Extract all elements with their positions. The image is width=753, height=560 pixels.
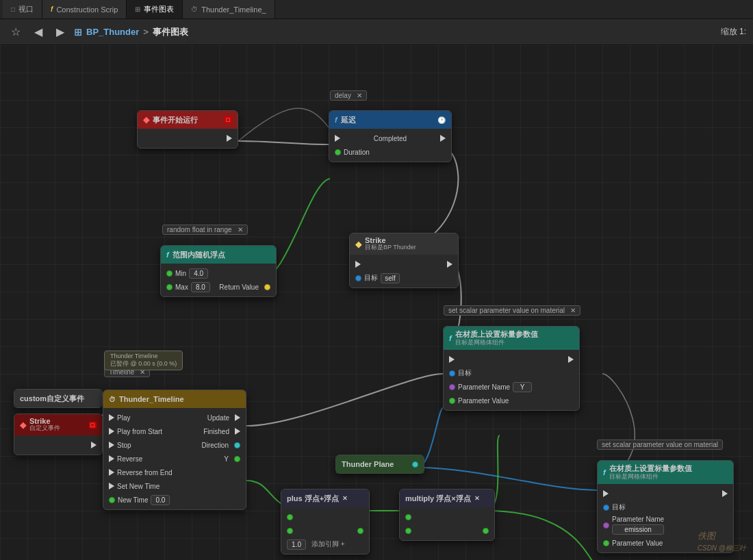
custom-event-title: custom自定义事件	[20, 394, 84, 404]
random-node[interactable]: f 范围内随机浮点 Min 4.0 Max 8.0 Return Value	[160, 245, 277, 297]
breadcrumb-separator: >	[143, 27, 149, 37]
tab-timeline[interactable]: ⏱ Thunder_Timeline_	[183, 0, 275, 18]
strike-top-target-pin[interactable]	[355, 275, 361, 281]
set-scalar2-paramval-pin[interactable]	[603, 540, 609, 546]
delay-exec-in[interactable]	[335, 135, 340, 142]
random-return-pin[interactable]	[264, 284, 270, 290]
set-scalar2-paramname-pin[interactable]	[603, 522, 609, 529]
multiply-out-pin[interactable]	[483, 528, 489, 534]
random-title: 范围内随机浮点	[173, 250, 225, 260]
blueprint-canvas[interactable]: ◆ 事件开始运行 □ delay ✕ f 延迟 🕐 Completed	[0, 45, 753, 560]
strike-event-header: ◆ Strike 自定义事件 □	[14, 414, 102, 435]
thunder-plane-pin[interactable]	[412, 461, 418, 468]
timeline-stop-in[interactable]	[109, 442, 114, 448]
timeline-setnewtime-in[interactable]	[109, 483, 114, 489]
random-label-tag: random float in range ✕	[162, 225, 248, 235]
tab-construction[interactable]: f Construction Scrip	[42, 0, 127, 18]
delay-duration-label: Duration	[344, 149, 370, 156]
plus-value[interactable]: 1.0	[287, 539, 306, 550]
set-scalar1-exec-in[interactable]	[449, 356, 455, 363]
timeline-update-out[interactable]	[235, 414, 240, 421]
set-scalar1-target-pin[interactable]	[449, 370, 455, 377]
event-begin-node[interactable]: ◆ 事件开始运行 □	[137, 110, 238, 149]
set-scalar2-header: f 在材质上设置标量参数值 目标是网格体组件	[598, 461, 733, 484]
event-begin-header: ◆ 事件开始运行 □	[138, 111, 238, 129]
zoom-label: 缩放 1:	[721, 26, 746, 38]
strike-top-exec-out[interactable]	[447, 261, 452, 268]
set-scalar1-pin-close[interactable]: ✕	[570, 307, 576, 314]
timeline-header: ⏱ Thunder_Timeline	[103, 390, 246, 408]
strike-node-top[interactable]: ◆ Strike 目标是BP Thunder 目标 self	[349, 233, 459, 288]
set-scalar1-exec-out[interactable]	[568, 356, 574, 363]
timeline-y-pin[interactable]	[234, 456, 240, 462]
strike-top-exec-in[interactable]	[355, 261, 361, 268]
plus-node[interactable]: plus 浮点+浮点 ✕ 1.0 添加引脚 +	[281, 489, 370, 555]
set-scalar1-paramname-pin[interactable]	[449, 384, 455, 390]
thunder-plane-node[interactable]: Thunder Plane	[335, 455, 424, 474]
multiply-in2-pin[interactable]	[405, 528, 411, 534]
plus-in2-pin[interactable]	[287, 528, 293, 534]
event-begin-exec-out[interactable]	[227, 135, 232, 142]
delay-node[interactable]: f 延迟 🕐 Completed Duration	[329, 110, 452, 162]
tab-viewport[interactable]: □ 视口	[3, 0, 42, 18]
timeline-play-label: Play	[117, 414, 130, 422]
set-scalar1-paramname-value[interactable]: Y	[513, 382, 532, 392]
timeline-playfromstart-in[interactable]	[109, 428, 114, 435]
breadcrumb-project[interactable]: BP_Thunder	[86, 27, 139, 37]
multiply-close[interactable]: ✕	[474, 495, 480, 502]
custom-event-header: custom自定义事件	[14, 390, 102, 407]
random-min-label: Min	[175, 270, 186, 277]
timeline-play-in[interactable]	[109, 414, 114, 421]
plus-body: 1.0 添加引脚 +	[281, 507, 369, 554]
event-begin-exec-row	[138, 131, 238, 145]
timeline-newtime-pin[interactable]	[109, 497, 115, 503]
thunder-timeline-node[interactable]: ⏱ Thunder_Timeline Play Update Play from…	[103, 390, 246, 510]
set-scalar2-paramval-label: Parameter Value	[612, 539, 663, 547]
strike-event-exec-out[interactable]	[91, 442, 97, 448]
tab-event-graph[interactable]: ⊞ 事件图表	[127, 0, 183, 18]
set-scalar2-paramname-value[interactable]: emission	[612, 524, 664, 535]
back-button[interactable]: ◀	[30, 23, 47, 41]
delay-body: Completed Duration	[329, 129, 451, 162]
multiply-node[interactable]: multiply 浮点×浮点 ✕	[399, 489, 495, 541]
set-scalar-node-1[interactable]: f 在材质上设置标量参数值 目标是网格体组件 目标 Parameter Name…	[443, 326, 580, 411]
plus-in1-pin[interactable]	[287, 514, 293, 520]
timeline-reversefromend-in[interactable]	[109, 469, 114, 476]
set-scalar2-exec-in[interactable]	[603, 490, 609, 497]
random-min-value[interactable]: 4.0	[189, 268, 208, 279]
plus-out-pin[interactable]	[357, 528, 363, 534]
random-header: f 范围内随机浮点	[161, 246, 276, 264]
blueprint-icon: ⊞	[74, 27, 82, 38]
timeline-direction-pin[interactable]	[234, 442, 240, 448]
set-scalar2-target-pin[interactable]	[603, 505, 609, 511]
forward-button[interactable]: ▶	[52, 23, 68, 41]
delay-title: 延迟	[341, 115, 356, 125]
clock-icon: ⏱	[191, 5, 198, 13]
timeline-newtime-label: New Time	[118, 496, 148, 504]
strike-top-header: ◆ Strike 目标是BP Thunder	[350, 233, 458, 255]
star-button[interactable]: ☆	[7, 23, 25, 41]
strike-event-node[interactable]: ◆ Strike 自定义事件 □	[14, 413, 103, 455]
timeline-finished-out[interactable]	[235, 428, 240, 435]
random-body: Min 4.0 Max 8.0 Return Value	[161, 264, 276, 296]
set-scalar1-paramval-pin[interactable]	[449, 398, 455, 404]
delay-exec-out[interactable]	[440, 135, 446, 142]
multiply-in1-pin[interactable]	[405, 514, 411, 520]
strike-top-target-value[interactable]: self	[381, 273, 400, 283]
random-min-pin[interactable]	[166, 270, 173, 277]
delay-duration-pin[interactable]	[335, 149, 341, 155]
strike-event-body	[14, 435, 102, 455]
random-pin-close[interactable]: ✕	[238, 226, 243, 233]
random-max-pin[interactable]	[166, 284, 173, 290]
viewport-icon: □	[11, 5, 15, 13]
plus-close[interactable]: ✕	[342, 495, 348, 502]
random-max-value[interactable]: 8.0	[191, 282, 210, 292]
delay-pin-close[interactable]: ✕	[357, 92, 362, 99]
set-scalar2-exec-out[interactable]	[722, 490, 728, 497]
timeline-newtime-value[interactable]: 0.0	[151, 495, 170, 505]
custom-event-node[interactable]: custom自定义事件	[14, 389, 103, 408]
plus-add-pin-label[interactable]: 添加引脚 +	[311, 539, 345, 549]
watermark: 佚图CSDN @柳三叶	[698, 530, 746, 553]
breadcrumb: ⊞ BP_Thunder > 事件图表	[74, 26, 188, 38]
timeline-reverse-in[interactable]	[109, 455, 114, 462]
